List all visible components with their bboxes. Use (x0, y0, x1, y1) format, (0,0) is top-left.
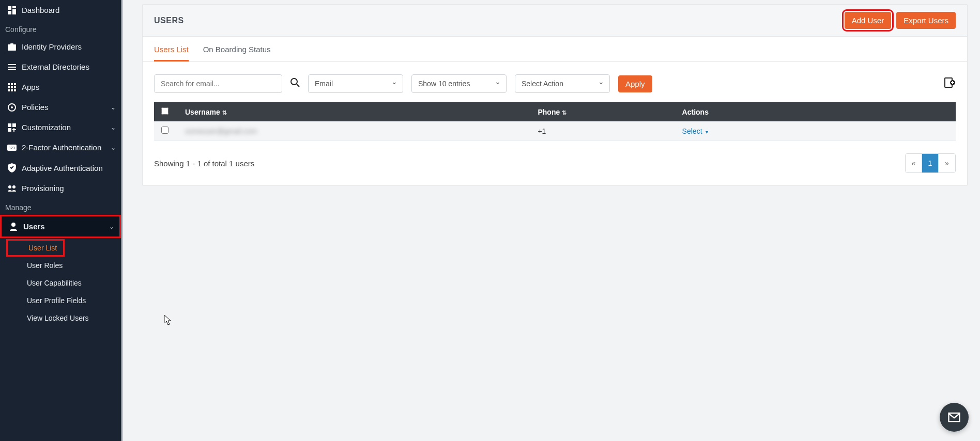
svg-rect-16 (11, 89, 13, 91)
svg-rect-24 (12, 129, 16, 130)
row-action-select[interactable]: Select▾ (682, 127, 708, 135)
sidebar-item-label: Users (23, 222, 45, 231)
svg-rect-15 (8, 89, 10, 91)
customize-icon (6, 123, 18, 132)
page-next[interactable]: » (939, 154, 955, 172)
svg-rect-14 (14, 86, 16, 88)
sidebar-item-label: Customization (22, 123, 71, 132)
svg-rect-7 (8, 67, 16, 68)
sidebar-item-external-directories[interactable]: External Directories (0, 57, 121, 77)
sidebar-item-apps[interactable]: Apps (0, 77, 121, 97)
tab-onboarding-status[interactable]: On Boarding Status (203, 37, 271, 61)
cell-username: someuser@gmail.com (185, 127, 257, 135)
svg-rect-6 (8, 64, 16, 65)
users-table: Username⇅ Phone⇅ Actions someuser@gmail.… (154, 102, 956, 141)
sidebar-item-users[interactable]: Users ⌄ (0, 215, 121, 238)
svg-rect-11 (14, 83, 16, 85)
users-card: USERS Add User Export Users Users List O… (142, 4, 968, 186)
search-icon[interactable] (290, 78, 300, 90)
sidebar-subitem-view-locked-users[interactable]: View Locked Users (6, 309, 121, 327)
export-users-button[interactable]: Export Users (896, 12, 956, 29)
sidebar-item-adaptive-auth[interactable]: Adaptive Authentication (0, 158, 121, 178)
col-actions: Actions (682, 108, 709, 116)
sidebar-item-customization[interactable]: Customization ⌄ (0, 117, 121, 137)
main-content: USERS Add User Export Users Users List O… (122, 0, 980, 441)
sidebar-section-manage: Manage (0, 198, 121, 215)
users-table-wrap: Username⇅ Phone⇅ Actions someuser@gmail.… (143, 102, 967, 146)
sidebar-subitem-user-roles[interactable]: User Roles (6, 257, 121, 274)
sidebar-item-label: Apps (22, 83, 39, 91)
sidebar-item-label: Policies (22, 103, 49, 112)
page-prev[interactable]: « (906, 154, 922, 172)
svg-rect-21 (12, 123, 16, 127)
sort-icon: ⇅ (562, 109, 566, 116)
sidebar-item-provisioning[interactable]: Provisioning (0, 178, 121, 198)
policy-icon (6, 103, 18, 112)
dashboard-icon (6, 6, 18, 14)
apply-button[interactable]: Apply (618, 75, 652, 92)
chevron-down-icon: ⌄ (111, 144, 116, 151)
showing-text: Showing 1 - 1 of total 1 users (154, 159, 254, 168)
card-header: USERS Add User Export Users (143, 5, 967, 37)
page-title: USERS (154, 16, 184, 25)
cursor-icon (164, 315, 172, 325)
filter-bar: Email Show 10 entries Select Action Appl… (143, 62, 967, 102)
sidebar-subitem-user-profile-fields[interactable]: User Profile Fields (6, 292, 121, 309)
svg-point-30 (291, 78, 297, 85)
users-sync-icon (6, 185, 18, 192)
svg-rect-5 (10, 43, 13, 45)
col-phone[interactable]: Phone (538, 108, 560, 116)
123-icon: 123 (6, 145, 18, 151)
svg-rect-8 (8, 69, 16, 70)
grid-icon (6, 83, 18, 91)
search-input[interactable] (154, 74, 282, 93)
sidebar-item-policies[interactable]: Policies ⌄ (0, 97, 121, 117)
chevron-down-icon: ⌄ (111, 124, 116, 131)
id-card-icon (6, 43, 18, 51)
svg-rect-9 (8, 83, 10, 85)
list-icon (6, 64, 18, 70)
bulk-action-select[interactable]: Select Action (515, 74, 610, 93)
sidebar-subitem-user-list[interactable]: User List (6, 239, 65, 257)
sidebar-section-configure: Configure (0, 20, 121, 37)
svg-rect-0 (8, 6, 11, 10)
page-1[interactable]: 1 (922, 154, 939, 172)
svg-rect-10 (11, 83, 13, 85)
sidebar-item-label: Adaptive Authentication (22, 164, 103, 172)
sidebar-subitem-user-capabilities[interactable]: User Capabilities (6, 274, 121, 292)
add-column-icon[interactable] (943, 76, 956, 91)
sort-icon: ⇅ (222, 109, 227, 116)
table-row: someuser@gmail.com +1 Select▾ (154, 121, 956, 141)
tab-users-list[interactable]: Users List (154, 37, 189, 61)
svg-point-27 (8, 185, 11, 188)
cell-phone: +1 (538, 127, 546, 135)
svg-rect-13 (11, 86, 13, 88)
select-all-checkbox[interactable] (161, 107, 169, 115)
sidebar-item-identity-providers[interactable]: Identity Providers (0, 37, 121, 57)
sidebar: Dashboard Configure Identity Providers E… (0, 0, 122, 441)
sidebar-item-label: Identity Providers (22, 42, 82, 51)
sidebar-submenu-users: User List User Roles User Capabilities U… (6, 239, 121, 327)
shield-check-icon (6, 163, 18, 172)
svg-rect-2 (12, 9, 16, 14)
chat-fab[interactable] (940, 403, 969, 432)
svg-rect-12 (8, 86, 10, 88)
page-size-select[interactable]: Show 10 entries (411, 74, 507, 93)
table-footer: Showing 1 - 1 of total 1 users « 1 » (143, 146, 967, 185)
sidebar-item-label: External Directories (22, 62, 89, 71)
row-checkbox[interactable] (161, 127, 169, 134)
add-user-button[interactable]: Add User (845, 12, 892, 29)
svg-text:123: 123 (9, 146, 15, 150)
mail-icon (947, 410, 961, 424)
chevron-down-icon: ⌄ (109, 223, 114, 230)
tabs: Users List On Boarding Status (143, 37, 967, 62)
user-icon (8, 223, 19, 231)
svg-rect-22 (8, 128, 11, 132)
sidebar-item-dashboard[interactable]: Dashboard (0, 0, 121, 20)
svg-rect-4 (8, 44, 16, 51)
filter-field-select[interactable]: Email (308, 74, 403, 93)
sidebar-item-2fa[interactable]: 123 2-Factor Authentication ⌄ (0, 137, 121, 158)
svg-rect-17 (14, 89, 16, 91)
col-username[interactable]: Username (185, 108, 220, 116)
chevron-down-icon: ⌄ (111, 104, 116, 111)
